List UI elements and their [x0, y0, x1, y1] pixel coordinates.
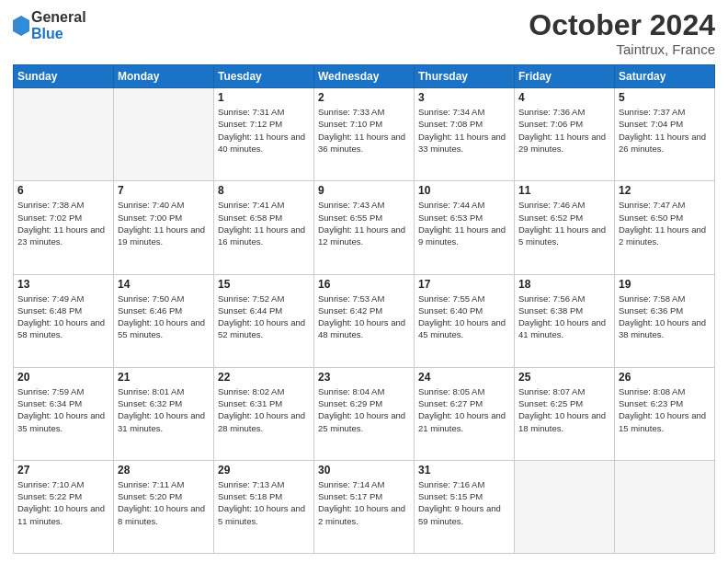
day-number: 31: [418, 464, 510, 477]
table-row: 8Sunrise: 7:41 AM Sunset: 6:58 PM Daylig…: [214, 181, 314, 274]
day-number: 29: [218, 464, 310, 477]
day-number: 19: [619, 278, 711, 291]
calendar-week-row: 20Sunrise: 7:59 AM Sunset: 6:34 PM Dayli…: [14, 367, 715, 460]
day-info: Sunrise: 8:08 AM Sunset: 6:23 PM Dayligh…: [619, 385, 711, 434]
day-number: 24: [418, 371, 510, 384]
day-info: Sunrise: 8:05 AM Sunset: 6:27 PM Dayligh…: [418, 385, 510, 434]
table-row: 9Sunrise: 7:43 AM Sunset: 6:55 PM Daylig…: [314, 181, 415, 274]
day-info: Sunrise: 7:38 AM Sunset: 7:02 PM Dayligh…: [17, 199, 109, 247]
day-number: 18: [518, 278, 610, 291]
day-info: Sunrise: 7:10 AM Sunset: 5:22 PM Dayligh…: [17, 478, 109, 527]
table-row: 13Sunrise: 7:49 AM Sunset: 6:48 PM Dayli…: [14, 274, 114, 367]
table-row: 20Sunrise: 7:59 AM Sunset: 6:34 PM Dayli…: [14, 367, 114, 460]
day-info: Sunrise: 7:41 AM Sunset: 6:58 PM Dayligh…: [218, 199, 310, 247]
day-info: Sunrise: 7:16 AM Sunset: 5:15 PM Dayligh…: [418, 478, 510, 527]
table-row: 2Sunrise: 7:33 AM Sunset: 7:10 PM Daylig…: [314, 88, 415, 181]
day-number: 11: [518, 184, 610, 197]
day-info: Sunrise: 7:56 AM Sunset: 6:38 PM Dayligh…: [518, 293, 610, 341]
logo-blue-text: Blue: [31, 26, 86, 42]
day-info: Sunrise: 7:40 AM Sunset: 7:00 PM Dayligh…: [118, 199, 210, 247]
day-info: Sunrise: 7:58 AM Sunset: 6:36 PM Dayligh…: [619, 293, 711, 341]
day-number: 26: [619, 371, 711, 384]
day-number: 27: [17, 464, 109, 477]
day-info: Sunrise: 7:55 AM Sunset: 6:40 PM Dayligh…: [418, 293, 510, 341]
col-thursday: Thursday: [415, 65, 515, 88]
table-row: 11Sunrise: 7:46 AM Sunset: 6:52 PM Dayli…: [515, 181, 615, 274]
table-row: 7Sunrise: 7:40 AM Sunset: 7:00 PM Daylig…: [114, 181, 214, 274]
day-info: Sunrise: 7:50 AM Sunset: 6:46 PM Dayligh…: [118, 293, 210, 341]
table-row: [14, 88, 114, 181]
day-number: 13: [17, 278, 109, 291]
table-row: 29Sunrise: 7:13 AM Sunset: 5:18 PM Dayli…: [214, 460, 314, 553]
day-number: 12: [619, 184, 711, 197]
table-row: 12Sunrise: 7:47 AM Sunset: 6:50 PM Dayli…: [615, 181, 715, 274]
day-info: Sunrise: 7:31 AM Sunset: 7:12 PM Dayligh…: [218, 106, 310, 155]
day-info: Sunrise: 7:52 AM Sunset: 6:44 PM Dayligh…: [218, 293, 310, 341]
day-info: Sunrise: 7:44 AM Sunset: 6:53 PM Dayligh…: [418, 199, 510, 247]
day-info: Sunrise: 7:36 AM Sunset: 7:06 PM Dayligh…: [518, 106, 610, 155]
col-tuesday: Tuesday: [214, 65, 314, 88]
logo-text: General Blue: [31, 9, 86, 41]
table-row: 22Sunrise: 8:02 AM Sunset: 6:31 PM Dayli…: [214, 367, 314, 460]
table-row: 30Sunrise: 7:14 AM Sunset: 5:17 PM Dayli…: [314, 460, 415, 553]
day-info: Sunrise: 8:04 AM Sunset: 6:29 PM Dayligh…: [318, 385, 410, 434]
calendar-week-row: 6Sunrise: 7:38 AM Sunset: 7:02 PM Daylig…: [14, 181, 715, 274]
logo-icon: [13, 16, 29, 36]
table-row: 25Sunrise: 8:07 AM Sunset: 6:25 PM Dayli…: [515, 367, 615, 460]
day-info: Sunrise: 7:43 AM Sunset: 6:55 PM Dayligh…: [318, 199, 410, 247]
table-row: 5Sunrise: 7:37 AM Sunset: 7:04 PM Daylig…: [615, 88, 715, 181]
day-info: Sunrise: 7:53 AM Sunset: 6:42 PM Dayligh…: [318, 293, 410, 341]
table-row: 26Sunrise: 8:08 AM Sunset: 6:23 PM Dayli…: [615, 367, 715, 460]
day-number: 22: [218, 371, 310, 384]
day-number: 15: [218, 278, 310, 291]
table-row: 6Sunrise: 7:38 AM Sunset: 7:02 PM Daylig…: [14, 181, 114, 274]
day-number: 5: [619, 91, 711, 104]
day-info: Sunrise: 7:13 AM Sunset: 5:18 PM Dayligh…: [218, 478, 310, 527]
day-number: 8: [218, 184, 310, 197]
table-row: 14Sunrise: 7:50 AM Sunset: 6:46 PM Dayli…: [114, 274, 214, 367]
header: General Blue October 2024 Taintrux, Fran…: [13, 9, 715, 57]
day-info: Sunrise: 8:01 AM Sunset: 6:32 PM Dayligh…: [118, 385, 210, 434]
table-row: 1Sunrise: 7:31 AM Sunset: 7:12 PM Daylig…: [214, 88, 314, 181]
calendar-table: Sunday Monday Tuesday Wednesday Thursday…: [13, 64, 715, 554]
table-row: 17Sunrise: 7:55 AM Sunset: 6:40 PM Dayli…: [415, 274, 515, 367]
title-area: October 2024 Taintrux, France: [529, 9, 715, 57]
day-number: 21: [118, 371, 210, 384]
col-friday: Friday: [515, 65, 615, 88]
month-title: October 2024: [529, 9, 715, 41]
table-row: 4Sunrise: 7:36 AM Sunset: 7:06 PM Daylig…: [515, 88, 615, 181]
day-info: Sunrise: 7:34 AM Sunset: 7:08 PM Dayligh…: [418, 106, 510, 155]
day-info: Sunrise: 8:07 AM Sunset: 6:25 PM Dayligh…: [518, 385, 610, 434]
logo: General Blue: [13, 9, 86, 41]
table-row: 19Sunrise: 7:58 AM Sunset: 6:36 PM Dayli…: [615, 274, 715, 367]
day-info: Sunrise: 7:37 AM Sunset: 7:04 PM Dayligh…: [619, 106, 711, 155]
table-row: 24Sunrise: 8:05 AM Sunset: 6:27 PM Dayli…: [415, 367, 515, 460]
day-number: 30: [318, 464, 410, 477]
day-number: 10: [418, 184, 510, 197]
table-row: 18Sunrise: 7:56 AM Sunset: 6:38 PM Dayli…: [515, 274, 615, 367]
day-number: 14: [118, 278, 210, 291]
table-row: 16Sunrise: 7:53 AM Sunset: 6:42 PM Dayli…: [314, 274, 415, 367]
day-number: 3: [418, 91, 510, 104]
table-row: 15Sunrise: 7:52 AM Sunset: 6:44 PM Dayli…: [214, 274, 314, 367]
table-row: 27Sunrise: 7:10 AM Sunset: 5:22 PM Dayli…: [14, 460, 114, 553]
table-row: 21Sunrise: 8:01 AM Sunset: 6:32 PM Dayli…: [114, 367, 214, 460]
day-number: 4: [518, 91, 610, 104]
day-number: 16: [318, 278, 410, 291]
table-row: 10Sunrise: 7:44 AM Sunset: 6:53 PM Dayli…: [415, 181, 515, 274]
day-info: Sunrise: 7:14 AM Sunset: 5:17 PM Dayligh…: [318, 478, 410, 527]
day-number: 6: [17, 184, 109, 197]
logo-general-text: General: [31, 9, 86, 26]
table-row: 31Sunrise: 7:16 AM Sunset: 5:15 PM Dayli…: [415, 460, 515, 553]
day-number: 9: [318, 184, 410, 197]
table-row: [114, 88, 214, 181]
table-row: [515, 460, 615, 553]
day-info: Sunrise: 8:02 AM Sunset: 6:31 PM Dayligh…: [218, 385, 310, 434]
col-saturday: Saturday: [615, 65, 715, 88]
calendar-week-row: 1Sunrise: 7:31 AM Sunset: 7:12 PM Daylig…: [14, 88, 715, 181]
table-row: [615, 460, 715, 553]
day-info: Sunrise: 7:49 AM Sunset: 6:48 PM Dayligh…: [17, 293, 109, 341]
day-info: Sunrise: 7:11 AM Sunset: 5:20 PM Dayligh…: [118, 478, 210, 527]
day-number: 25: [518, 371, 610, 384]
day-info: Sunrise: 7:47 AM Sunset: 6:50 PM Dayligh…: [619, 199, 711, 247]
